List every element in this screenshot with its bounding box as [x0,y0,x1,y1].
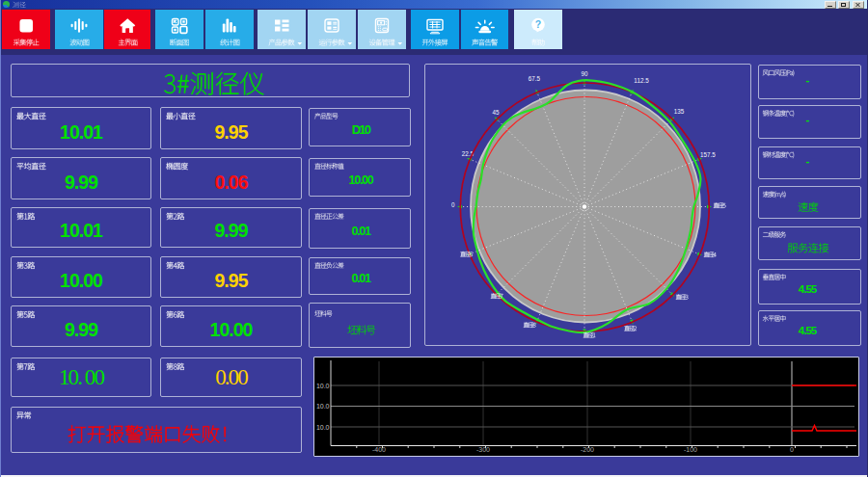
svg-text:?: ? [535,18,541,30]
